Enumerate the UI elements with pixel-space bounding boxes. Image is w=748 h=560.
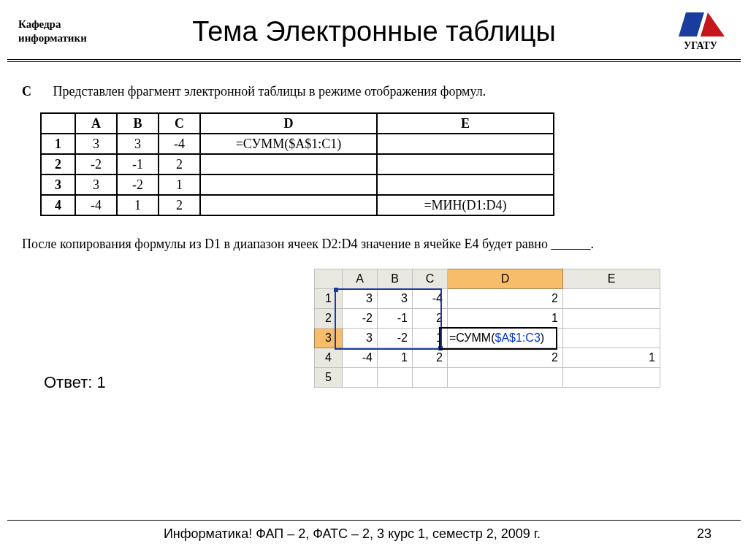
table-row: 1 3 3 -4 =СУММ($A$1:C1) — [41, 134, 554, 154]
table-row: 4 -4 1 2 =МИН(D1:D4) — [41, 195, 554, 215]
department-label: Кафедра информатики — [18, 18, 106, 46]
th-blank — [41, 113, 75, 134]
page-number: 23 — [668, 526, 711, 542]
th-c: C — [159, 113, 200, 134]
th-b: B — [117, 113, 159, 134]
excel-row: 1 3 3 -4 2 — [315, 289, 660, 309]
th-e: E — [377, 113, 554, 134]
slide-title: Тема Электронные таблицы — [106, 16, 671, 47]
table-row: 3 3 -2 1 — [41, 174, 554, 195]
footer-divider — [7, 520, 741, 521]
th-a: A — [75, 113, 117, 134]
selected-row-header: 3 — [315, 329, 343, 348]
excel-row: 5 — [315, 368, 660, 388]
excel-screenshot: A B C D E 1 3 3 -4 2 2 -2 -1 2 1 — [22, 269, 726, 388]
selected-column-header: D — [448, 269, 563, 289]
th-d: D — [200, 113, 377, 134]
logo-icon — [671, 11, 730, 40]
excel-row: 2 -2 -1 2 1 — [315, 309, 660, 329]
formula-table: A B C D E 1 3 3 -4 =СУММ($A$1:C1) 2 -2 -… — [40, 112, 554, 216]
svg-marker-0 — [679, 12, 704, 37]
slide-header: Кафедра информатики Тема Электронные таб… — [0, 0, 748, 59]
problem-intro: C Представлен фрагмент электронной табли… — [22, 84, 726, 99]
excel-table: A B C D E 1 3 3 -4 2 2 -2 -1 2 1 — [314, 269, 660, 388]
footer-text: Информатика! ФАП – 2, ФАТС – 2, 3 курс 1… — [37, 526, 668, 542]
problem-text: После копирования формулы из D1 в диапаз… — [22, 234, 726, 254]
problem-label: C — [22, 84, 31, 99]
logo: УГАТУ — [671, 11, 730, 52]
svg-marker-1 — [701, 12, 725, 37]
excel-row: 4 -4 1 2 2 1 — [315, 348, 660, 368]
slide-footer: Информатика! ФАП – 2, ФАТС – 2, 3 курс 1… — [7, 514, 741, 542]
table-row: 2 -2 -1 2 — [41, 154, 554, 174]
active-formula-cell: =СУММ($A$1:C3) — [448, 329, 563, 348]
excel-row: 3 3 -2 1 =СУММ($A$1:C3) — [315, 329, 660, 348]
